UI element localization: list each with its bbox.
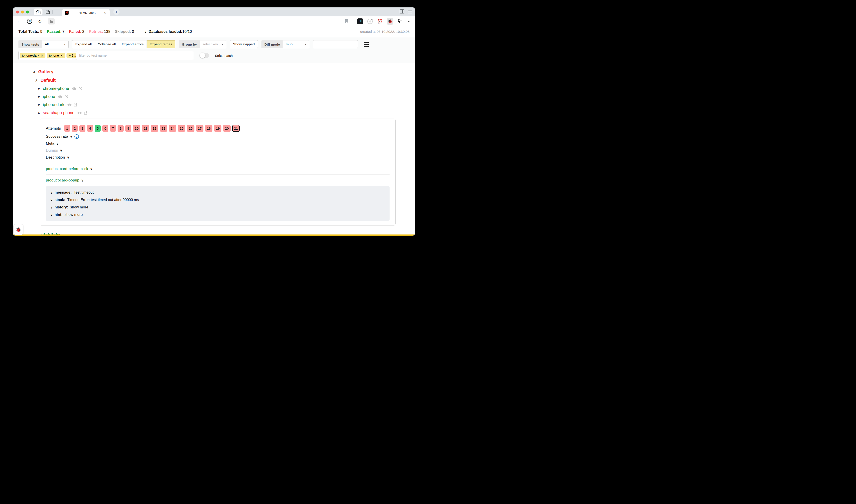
attempt-pill[interactable]: 21 [232,125,240,132]
attempt-pill[interactable]: 20 [223,125,230,132]
attempt-pill[interactable]: 5 [94,125,101,132]
expand-retries-button[interactable]: Expand retries [146,40,175,48]
side-panel-icon[interactable] [400,10,404,14]
minimize-window-button[interactable] [21,11,24,14]
chevron-up-icon[interactable]: ∧ [37,111,41,115]
databases-loaded-toggle[interactable]: ∨ Databases loaded:10/10 [144,30,192,34]
new-tab-button[interactable]: + [113,9,120,15]
attempt-pill[interactable]: 9 [125,125,131,132]
chevron-down-icon[interactable]: ∨ [37,103,41,107]
chevron-down-icon[interactable]: ∨ [37,95,41,99]
attempt-pill[interactable]: 13 [160,125,167,132]
error-message-row[interactable]: ∨ message: Test timeout [50,190,385,195]
help-icon[interactable]: ? [74,134,79,139]
test-label[interactable]: iphone-dark [43,103,64,107]
attempt-pill[interactable]: 19 [214,125,222,132]
report-menu-icon[interactable] [364,42,369,47]
bug-extension-icon[interactable]: 🐞 [387,18,394,25]
active-tab[interactable]: H HTML report ✕ [62,9,110,16]
new-window-button[interactable] [44,8,51,15]
suite-gallery[interactable]: ∧ Gallery [32,69,396,74]
test-searchapp-phone[interactable]: ∧ searchapp-phone [37,110,396,115]
attempt-pill[interactable]: 12 [151,125,158,132]
suite-default[interactable]: ∧ Default [35,78,396,83]
browser-menu-icon[interactable] [408,11,412,13]
attempt-pill[interactable]: 2 [72,125,78,132]
alarm-extension-icon[interactable]: ⏰ [377,19,382,24]
view-eye-icon[interactable] [58,95,63,98]
error-stack-row[interactable]: ∨ stack: TimeoutError: test timed out af… [50,198,385,202]
strict-match-toggle[interactable] [199,53,209,58]
attempt-pill[interactable]: 17 [196,125,204,132]
orbit-extension-icon[interactable] [367,19,373,24]
bookmark-icon[interactable] [345,19,348,23]
test-iphone-dark[interactable]: ∨ iphone-dark [37,103,396,107]
suite-label[interactable]: Default [40,78,56,83]
browser-filter-box[interactable]: iphone-dark✕iphone✕+ 2 ... [18,51,72,60]
attempt-pill[interactable]: 6 [102,125,108,132]
site-security-button[interactable] [48,18,55,24]
yandex-button[interactable]: Я [27,19,32,24]
attempt-pill[interactable]: 3 [80,125,85,132]
chevron-up-icon[interactable]: ∧ [32,70,36,74]
view-eye-icon[interactable] [67,103,72,106]
close-window-button[interactable] [16,11,19,14]
success-rate-section[interactable]: Success rate ∨ ? [46,134,389,139]
share-icon[interactable] [78,87,82,91]
description-section[interactable]: Description ∨ [46,155,389,160]
test-iphone[interactable]: ∨ iphone [37,94,396,99]
attempt-pill[interactable]: 15 [178,125,185,132]
expand-errors-button[interactable]: Expand errors [119,40,146,48]
tab-close-icon[interactable]: ✕ [103,11,107,15]
diff-mode-select[interactable]: 3-up ▼ [283,40,309,48]
react-devtools-extension-icon[interactable]: ⚛ [357,18,363,24]
error-hint-row[interactable]: ∨ hint: show more [50,213,385,217]
test-chrome-phone[interactable]: ∨ chrome-phone [37,86,396,91]
attempt-pill[interactable]: 10 [133,125,140,132]
back-button[interactable]: ← [17,19,21,24]
test-name-filter-input[interactable] [76,51,193,60]
test-label[interactable]: chrome-phone [43,86,69,91]
downloads-icon[interactable] [407,19,412,23]
maximize-window-button[interactable] [26,11,29,14]
home-tab-button[interactable]: 1 [34,8,42,15]
share-icon[interactable] [74,103,77,107]
meta-section[interactable]: Meta ∨ [46,141,389,146]
expand-all-button[interactable]: Expand all [72,40,94,48]
chevron-down-icon[interactable]: ∨ [37,87,41,91]
reload-button[interactable]: ↻ [38,19,42,24]
chip-remove-icon[interactable]: ✕ [60,54,63,57]
suite-label[interactable]: Gallery [38,69,53,74]
attempt-pill[interactable]: 18 [205,125,212,132]
show-more-link[interactable]: show more [70,205,88,209]
test-label[interactable]: searchapp-phone [43,110,74,115]
test-label[interactable]: iphone [43,94,55,99]
browser-filter-chip[interactable]: iphone-dark✕ [20,53,46,58]
share-icon[interactable] [65,95,68,98]
collapse-all-button[interactable]: Collapse all [94,40,119,48]
state-product-card-popup[interactable]: product-card-popup ∨ [46,178,389,183]
state-product-card-before-click[interactable]: product-card-before-click ∨ [46,167,389,171]
attempt-pill[interactable]: 11 [142,125,149,132]
attempt-pill[interactable]: 1 [64,125,70,132]
attempt-pill[interactable]: 4 [87,125,93,132]
error-history-row[interactable]: ∨ history: show more [50,205,385,209]
show-skipped-button[interactable]: Show skipped [230,40,258,48]
share-icon[interactable] [84,111,88,115]
group-by-select[interactable]: select key ▼ [200,40,226,48]
bug-report-panel-button[interactable]: 🐞 [14,224,23,235]
dumps-section[interactable]: Dumps ∨ [46,148,389,153]
show-more-link[interactable]: show more [65,213,83,217]
attempt-pill[interactable]: 14 [169,125,176,132]
browser-filter-chip[interactable]: iphone✕ [47,53,65,58]
chevron-up-icon[interactable]: ∧ [35,78,38,83]
collections-icon[interactable] [398,19,403,23]
show-tests-select[interactable]: All ▼ [42,40,69,48]
toolbar-search-input[interactable] [313,40,358,48]
view-eye-icon[interactable] [77,111,82,114]
attempt-pill[interactable]: 16 [187,125,194,132]
view-eye-icon[interactable] [72,87,76,90]
attempt-pill[interactable]: 8 [118,125,124,132]
attempt-pill[interactable]: 7 [110,125,116,132]
chip-remove-icon[interactable]: ✕ [41,54,43,57]
